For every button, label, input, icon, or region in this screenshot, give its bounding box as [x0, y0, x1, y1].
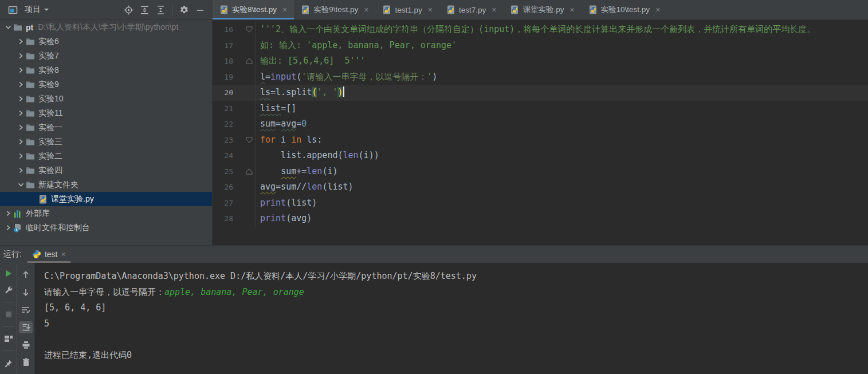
tree-item-label: 临时文件和控制台	[26, 223, 90, 233]
chevron-right-icon[interactable]	[16, 66, 25, 75]
chevron-right-icon[interactable]	[3, 209, 13, 218]
fold-marker-icon[interactable]	[233, 58, 254, 64]
tree-item-实验9[interactable]: 实验9	[0, 77, 212, 92]
tree-item-课堂实验.py[interactable]: 课堂实验.py	[0, 192, 212, 206]
tree-item-实验6[interactable]: 实验6	[0, 34, 212, 49]
code-line-17[interactable]: 17如: 输入: 'apple, banana, Pear, orange'	[213, 38, 868, 54]
code-line-20[interactable]: 20ls=l.split(', ')	[213, 85, 868, 101]
text-caret	[343, 86, 344, 97]
editor-tab-6[interactable]: 实验10\test.py×	[582, 0, 667, 19]
tab-close-icon[interactable]: ×	[490, 5, 497, 14]
tree-item-label: 课堂实验.py	[51, 194, 94, 204]
tree-item-实验7[interactable]: 实验7	[0, 49, 212, 63]
print-button[interactable]	[19, 339, 33, 351]
python-file-icon	[510, 5, 519, 14]
run-console-output[interactable]: C:\ProgramData\Anaconda3\python.exe D:/私…	[34, 263, 868, 374]
run-tab-test[interactable]: test ×	[28, 246, 70, 263]
code-line-18[interactable]: 18输出: [5,6,4,6] 5'''	[213, 53, 868, 69]
tree-item-实验一[interactable]: 实验一	[0, 120, 212, 135]
code-line-16[interactable]: 16'''2、输入一个由英文单词组成的字符串（分隔符自定）(input)，将每个…	[213, 22, 868, 38]
tree-item-临时文件和控制台[interactable]: 临时文件和控制台	[0, 221, 212, 235]
code-line-23[interactable]: 23for i in ls:	[213, 132, 868, 148]
folder-icon	[25, 52, 35, 61]
library-icon	[13, 209, 22, 218]
editor-tab-1[interactable]: 实验8\test.py×	[213, 0, 294, 19]
chevron-right-icon[interactable]	[16, 80, 25, 89]
clear-button[interactable]	[19, 356, 33, 368]
hide-panel-icon[interactable]	[192, 2, 208, 17]
code-line-25[interactable]: 25 sum+=len(i)	[213, 164, 868, 180]
tree-item-实验10[interactable]: 实验10	[0, 92, 212, 106]
up-button[interactable]	[19, 269, 33, 281]
code-line-24[interactable]: 24 list.append(len(i))	[213, 148, 868, 164]
tree-root-row[interactable]: ptD:\私人资料\本人\学习\小学期\python\pt	[0, 20, 212, 34]
tree-item-实验三[interactable]: 实验三	[0, 135, 212, 149]
chevron-right-icon[interactable]	[16, 109, 25, 118]
code-line-19[interactable]: 19l=input('请输入一串字母，以逗号隔开：')	[213, 69, 868, 85]
tab-close-icon[interactable]: ×	[363, 5, 370, 14]
code-token: '请输入一串字母，以逗号隔开：'	[301, 72, 432, 82]
settings-wrench-button[interactable]	[2, 285, 15, 295]
tree-item-外部库[interactable]: 外部库	[0, 206, 212, 221]
code-editor[interactable]: 16'''2、输入一个由英文单词组成的字符串（分隔符自定）(input)，将每个…	[213, 20, 868, 245]
tree-item-label: 实验6	[38, 37, 59, 47]
code-text: for i in ls:	[256, 132, 322, 148]
editor-tab-3[interactable]: test1.py×	[375, 0, 439, 19]
tab-close-icon[interactable]: ×	[427, 5, 434, 14]
code-line-26[interactable]: 26avg=sum//len(list)	[213, 179, 868, 195]
line-number: 24	[213, 148, 233, 164]
tab-close-icon[interactable]: ×	[281, 5, 288, 14]
editor-tab-4[interactable]: test7.py×	[439, 0, 503, 19]
console-text: C:\ProgramData\Anaconda3\python.exe D:/私…	[44, 271, 477, 281]
tab-close-icon[interactable]: ×	[654, 5, 661, 14]
chevron-right-icon[interactable]	[16, 137, 25, 147]
editor-tab-2[interactable]: 实验9\test.py×	[294, 0, 375, 19]
chevron-right-icon[interactable]	[16, 52, 25, 61]
console-options-toolbar	[17, 263, 34, 374]
run-tool-window: 运行: test × C:\ProgramData\Anaconda3\pyth…	[0, 245, 868, 374]
rerun-button[interactable]	[2, 269, 15, 279]
pin-button[interactable]	[2, 358, 15, 368]
expand-all-icon[interactable]	[136, 2, 152, 17]
chevron-right-icon[interactable]	[16, 95, 25, 104]
code-line-22[interactable]: 22sum=avg=0	[213, 116, 868, 132]
chevron-right-icon[interactable]	[16, 152, 25, 161]
chevron-right-icon[interactable]	[16, 123, 25, 132]
code-text: print(avg)	[256, 211, 312, 227]
locate-file-icon[interactable]	[120, 2, 136, 17]
scroll-to-end-button[interactable]	[19, 321, 33, 333]
chevron-right-icon[interactable]	[16, 37, 25, 46]
tree-item-实验8[interactable]: 实验8	[0, 63, 212, 77]
code-line-28[interactable]: 28print(avg)	[213, 211, 868, 227]
chevron-right-icon[interactable]	[16, 166, 25, 175]
fold-marker-icon[interactable]	[233, 137, 254, 143]
fold-marker-icon[interactable]	[233, 26, 254, 33]
folder-icon	[25, 109, 35, 118]
chevron-down-icon[interactable]	[3, 23, 13, 32]
chevron-right-icon[interactable]	[3, 223, 13, 233]
line-number: 23	[213, 132, 233, 148]
tab-close-icon[interactable]: ×	[568, 5, 575, 14]
settings-gear-icon[interactable]	[176, 2, 192, 17]
soft-wrap-button[interactable]	[19, 304, 33, 316]
project-tool-window-icon[interactable]	[5, 2, 21, 17]
folder-icon	[25, 37, 35, 46]
tree-item-实验11[interactable]: 实验11	[0, 106, 212, 120]
fold-marker-icon[interactable]	[233, 168, 254, 175]
close-icon[interactable]: ×	[61, 250, 65, 259]
code-token: =	[296, 119, 301, 129]
chevron-down-icon[interactable]	[43, 6, 50, 13]
tree-item-实验四[interactable]: 实验四	[0, 163, 212, 178]
python-logo-icon	[32, 250, 41, 259]
collapse-all-icon[interactable]	[152, 2, 168, 17]
down-button[interactable]	[19, 286, 33, 298]
code-line-27[interactable]: 27print(list)	[213, 195, 868, 211]
tree-item-新建文件夹[interactable]: 新建文件夹	[0, 178, 212, 192]
tree-item-实验二[interactable]: 实验二	[0, 149, 212, 163]
stop-button[interactable]	[2, 309, 15, 320]
code-line-21[interactable]: 21list=[]	[213, 101, 868, 117]
editor-tab-5[interactable]: 课堂实验.py×	[503, 0, 581, 19]
restore-layout-button[interactable]	[2, 333, 15, 344]
chevron-down-icon[interactable]	[16, 180, 25, 190]
folder-icon	[25, 180, 35, 190]
